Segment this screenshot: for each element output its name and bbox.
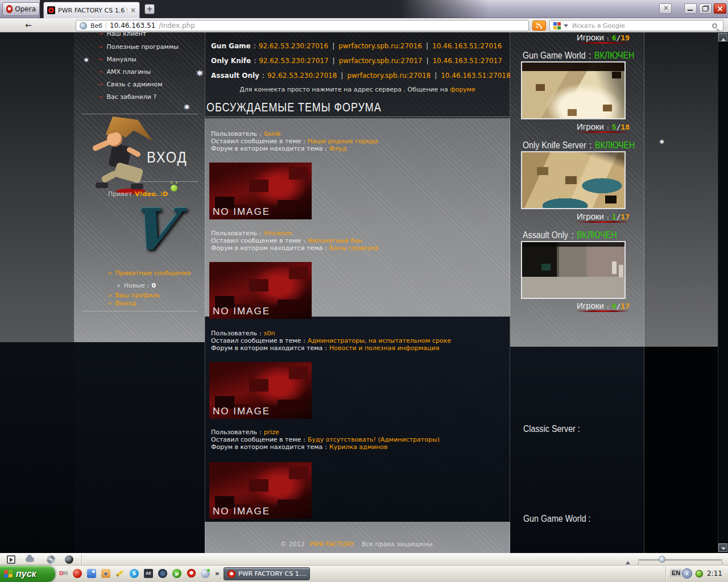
pencil-editor-icon[interactable] (115, 569, 125, 578)
server-address-link[interactable]: 10.46.163.51:27018 (441, 72, 510, 80)
sidebar-item-programs[interactable]: →Полезные программы (98, 43, 179, 51)
red-disc-icon[interactable] (73, 569, 82, 578)
address-mode-label: Веб (90, 22, 102, 30)
page-background (0, 342, 74, 553)
desktop: Opera PWR FACTORY CS 1.6 S... × + × ← → … (0, 0, 728, 582)
taskbar-window-button[interactable]: PWR FACTORY CS 1.... (224, 567, 310, 580)
forum-link[interactable]: форуме (450, 86, 475, 93)
after-effects-icon[interactable]: AE (144, 569, 153, 578)
server-address-link[interactable]: 10.46.163.51:27017 (432, 57, 502, 65)
new-tab-button[interactable]: + (144, 4, 155, 14)
greeting-label: Привет (108, 190, 132, 198)
tab-close-icon[interactable]: × (130, 6, 136, 14)
window-button-label: PWR FACTORY CS 1.... (238, 570, 307, 577)
server-address-link[interactable]: 92.62.53.230:27016 (259, 42, 328, 50)
dark-disc-icon[interactable] (65, 555, 73, 564)
link-label: Ваш профиль (115, 292, 160, 299)
sidebar-item-label: AMX плагины (106, 68, 151, 76)
topic-user-link[interactable]: s0n (264, 330, 275, 337)
mail-agent-icon[interactable] (101, 569, 110, 578)
back-button[interactable]: ← (20, 19, 36, 31)
sidebar-item-manuals[interactable]: →Мануалы (98, 56, 136, 63)
logout-link[interactable]: »Выход (108, 300, 136, 307)
no-image-label: NO IMAGE (213, 406, 270, 417)
mascot-part (131, 184, 143, 189)
no-image-label: NO IMAGE (213, 506, 270, 517)
language-indicator[interactable]: EN (670, 569, 682, 577)
topic-forum-link[interactable]: Флуд (329, 145, 347, 152)
topic-no-image-placeholder: NO IMAGE (209, 262, 312, 319)
server-address-link[interactable]: 92.62.53.230:27017 (259, 57, 328, 65)
topic-forum-link[interactable]: Новости и полезная информация (329, 344, 439, 352)
address-bar[interactable]: Веб 10.46.163.51/index.php (76, 20, 529, 31)
scrollbar-down-button[interactable] (718, 543, 727, 552)
topic-title-link[interactable]: Буду отсутствовать! (Администраторы) (308, 436, 440, 443)
search-input[interactable] (571, 22, 709, 30)
topic-forum-link[interactable]: Баны серверов (329, 244, 379, 252)
server-address-link[interactable]: 92.62.53.230:27018 (267, 72, 337, 80)
topic-title-link[interactable]: Непонятный бан (308, 237, 362, 244)
rss-button[interactable] (532, 20, 546, 31)
brand-link[interactable]: PWR FACTORY (309, 541, 354, 548)
chevron-down-icon[interactable] (564, 24, 568, 30)
link-label: Приватные сообщения (115, 269, 191, 277)
skype-icon[interactable]: S (130, 569, 139, 578)
volume-slider-knob[interactable] (659, 556, 665, 563)
antivirus-tray-icon[interactable] (696, 570, 703, 577)
footer-background (205, 522, 510, 553)
triangle-down-icon (721, 547, 726, 552)
search-icon[interactable] (712, 23, 717, 28)
tab-active[interactable]: PWR FACTORY CS 1.6 S... × (43, 2, 140, 18)
private-messages-link[interactable]: »Приватные сообщения (108, 269, 191, 277)
sidebar-item-amx[interactable]: →AMX плагины (98, 68, 151, 76)
topic-user-link[interactable]: Sonik (264, 130, 281, 138)
cloud-icon[interactable] (26, 557, 34, 562)
sidebar-item-client[interactable]: →Наш клиент (98, 32, 146, 38)
server-address-link[interactable]: pwrfactory.spb.ru:27018 (347, 72, 431, 80)
download-master-icon[interactable]: DM (59, 569, 68, 578)
status-server-name: Gun Game World (523, 50, 586, 60)
media-window-icon[interactable] (7, 555, 15, 564)
browser-window-icon[interactable] (87, 569, 96, 578)
close-button[interactable]: × (714, 3, 726, 14)
search-box[interactable] (549, 20, 723, 31)
sidebar-item-banned[interactable]: →Вас забанили ? (98, 93, 156, 101)
tray-collapse-chevron[interactable]: ‹ (682, 568, 692, 579)
server-address-link[interactable]: pwrfactory.spb.ru:27017 (339, 57, 423, 65)
slider-tick (638, 562, 639, 564)
start-label: пуск (16, 569, 36, 579)
topic-no-image-placeholder: NO IMAGE (209, 462, 312, 519)
sidebar-item-contact-admin[interactable]: →Связь с админом (98, 81, 163, 88)
topic-user-link[interactable]: Vincenzo (264, 230, 292, 237)
opera-launcher-icon[interactable] (187, 569, 196, 578)
topic-title-link[interactable]: Администраторы, на испытательном сроке (308, 337, 451, 344)
close-icon: × (714, 3, 726, 14)
utorrent-icon[interactable]: µ (172, 569, 181, 578)
vertical-scrollbar[interactable] (718, 32, 728, 553)
topic-user-link[interactable]: prize (264, 429, 279, 436)
server-address-link[interactable]: 10.46.163.51:27016 (432, 42, 502, 50)
opera-menu-button[interactable]: Opera (2, 2, 40, 16)
volume-up-icon[interactable] (626, 559, 630, 564)
capture-tool-icon[interactable] (158, 569, 167, 578)
topic-no-image-placeholder: NO IMAGE (209, 163, 312, 219)
fan-icon[interactable] (47, 555, 55, 564)
column-divider (644, 32, 644, 553)
forum-topic: Пользователь:s0n Оставил сообщение в тем… (211, 330, 451, 352)
minimize-button[interactable] (684, 3, 697, 14)
user-avatar-logo: V (126, 196, 177, 263)
server-status-only-knife: Only Knife Server:ВКЛЮЧЕН (523, 140, 635, 150)
profile-link[interactable]: »Ваш профиль (108, 292, 160, 299)
volume-slider-track[interactable] (638, 559, 722, 561)
topic-forum-link[interactable]: Курилка админов (329, 443, 388, 451)
sidebar-item-label: Вас забанили ? (106, 93, 156, 101)
server-address-link[interactable]: pwrfactory.spb.ru:27016 (338, 42, 422, 50)
topic-title-link[interactable]: Наши родные города (308, 138, 378, 145)
restore-button[interactable] (699, 3, 712, 14)
closed-tabs-trash-button[interactable] (659, 3, 672, 14)
login-link[interactable]: ВХОД (147, 148, 187, 167)
quick-launch-overflow-chevron[interactable]: » (214, 569, 221, 578)
scrollbar-up-button[interactable] (718, 33, 727, 41)
media-player-icon[interactable] (201, 569, 210, 578)
start-button[interactable]: пуск (0, 566, 55, 582)
